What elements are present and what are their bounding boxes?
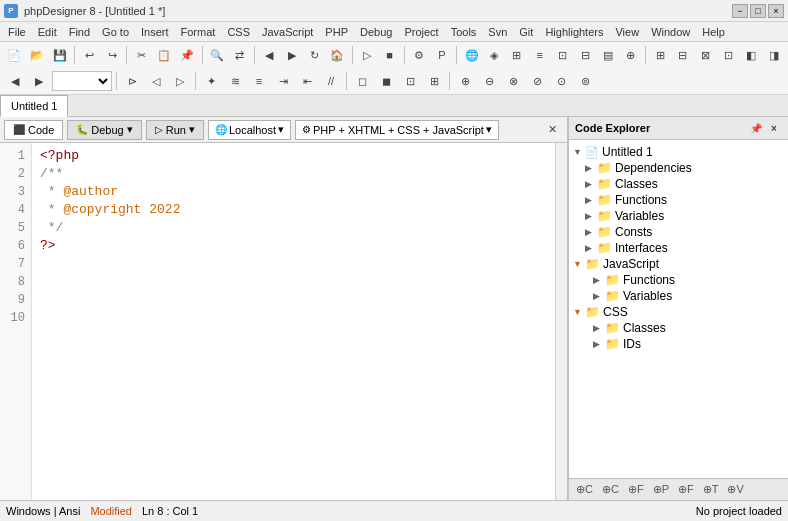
new-file-button[interactable]: 📄 xyxy=(4,44,25,66)
explorer-icon-1[interactable]: ⊕C xyxy=(573,482,596,497)
stop-button[interactable]: ■ xyxy=(379,44,400,66)
tree-item-consts[interactable]: ▶ 📁 Consts xyxy=(569,224,788,240)
unindent-btn[interactable]: ⇤ xyxy=(296,70,318,92)
extra2-4[interactable]: ⊘ xyxy=(526,70,548,92)
run-button[interactable]: ▷ xyxy=(357,44,378,66)
undo-button[interactable]: ↩ xyxy=(79,44,100,66)
code-area[interactable]: 1 2 3 4 5 6 7 8 9 10 <?php /** * @author… xyxy=(0,143,567,500)
explorer-icon-6[interactable]: ⊕T xyxy=(700,482,722,497)
menu-file[interactable]: File xyxy=(2,24,32,40)
extra-btn8[interactable]: ⊞ xyxy=(650,44,671,66)
explorer-icon-3[interactable]: ⊕F xyxy=(625,482,647,497)
globe-button[interactable]: 🌐 xyxy=(461,44,482,66)
copy-button[interactable]: 📋 xyxy=(154,44,175,66)
redo-button[interactable]: ↪ xyxy=(102,44,123,66)
explorer-icon-2[interactable]: ⊕C xyxy=(599,482,622,497)
tree-item-dependencies[interactable]: ▶ 📁 Dependencies xyxy=(569,160,788,176)
editor-scrollbar[interactable] xyxy=(555,143,567,500)
bookmark-btn[interactable]: ⊳ xyxy=(121,70,143,92)
extra2-3[interactable]: ⊗ xyxy=(502,70,524,92)
menu-debug[interactable]: Debug xyxy=(354,24,398,40)
menu-goto[interactable]: Go to xyxy=(96,24,135,40)
extra-btn4[interactable]: ⊡ xyxy=(552,44,573,66)
explorer-header-controls[interactable]: 📌 × xyxy=(748,120,782,136)
menu-php[interactable]: PHP xyxy=(319,24,354,40)
extra-btn10[interactable]: ⊠ xyxy=(695,44,716,66)
settings-button[interactable]: ⚙ xyxy=(409,44,430,66)
code-tab-button[interactable]: ⬛ Code xyxy=(4,120,63,140)
maximize-button[interactable]: □ xyxy=(750,4,766,18)
align-btn[interactable]: ≡ xyxy=(248,70,270,92)
extra-btn13[interactable]: ◨ xyxy=(763,44,784,66)
menu-git[interactable]: Git xyxy=(513,24,539,40)
refresh-button[interactable]: ↻ xyxy=(304,44,325,66)
extra-btn5[interactable]: ⊟ xyxy=(575,44,596,66)
explorer-pin-button[interactable]: 📌 xyxy=(748,120,764,136)
extra-btn9[interactable]: ⊟ xyxy=(672,44,693,66)
menu-svn[interactable]: Svn xyxy=(482,24,513,40)
menu-highlighters[interactable]: Highlighters xyxy=(539,24,609,40)
menu-window[interactable]: Window xyxy=(645,24,696,40)
lang-dropdown[interactable]: ⚙ PHP + XHTML + CSS + JavaScript ▾ xyxy=(295,120,499,140)
replace-button[interactable]: ⇄ xyxy=(229,44,250,66)
tree-item-javascript[interactable]: ▼ 📁 JavaScript xyxy=(569,256,788,272)
tree-item-css-ids[interactable]: ▶ 📁 IDs xyxy=(569,336,788,352)
menu-view[interactable]: View xyxy=(609,24,645,40)
nav-fwd-button[interactable]: ▶ xyxy=(28,70,50,92)
menu-help[interactable]: Help xyxy=(696,24,731,40)
tree-item-untitled1[interactable]: ▼ 📄 Untitled 1 xyxy=(569,144,788,160)
window-controls[interactable]: − □ × xyxy=(732,4,784,18)
toggle4[interactable]: ⊞ xyxy=(423,70,445,92)
tree-item-css-classes[interactable]: ▶ 📁 Classes xyxy=(569,320,788,336)
menu-edit[interactable]: Edit xyxy=(32,24,63,40)
extra-btn3[interactable]: ≡ xyxy=(529,44,550,66)
browser-fwd-button[interactable]: ▶ xyxy=(281,44,302,66)
explorer-icon-7[interactable]: ⊕V xyxy=(724,482,746,497)
tree-item-js-variables[interactable]: ▶ 📁 Variables xyxy=(569,288,788,304)
menu-javascript[interactable]: JavaScript xyxy=(256,24,319,40)
file-tab-untitled1[interactable]: Untitled 1 xyxy=(0,95,68,117)
extra-btn2[interactable]: ⊞ xyxy=(507,44,528,66)
home-button[interactable]: 🏠 xyxy=(327,44,348,66)
debug-tab-button[interactable]: 🐛 Debug ▾ xyxy=(67,120,141,140)
tree-item-variables[interactable]: ▶ 📁 Variables xyxy=(569,208,788,224)
editor-close-button[interactable]: ✕ xyxy=(541,119,563,141)
toggle1[interactable]: ◻ xyxy=(351,70,373,92)
run-tab-button[interactable]: ▷ Run ▾ xyxy=(146,120,204,140)
close-button[interactable]: × xyxy=(768,4,784,18)
find-button[interactable]: 🔍 xyxy=(206,44,227,66)
nav-back-button[interactable]: ◀ xyxy=(4,70,26,92)
extra-btn7[interactable]: ⊕ xyxy=(620,44,641,66)
explorer-close-button[interactable]: × xyxy=(766,120,782,136)
menu-find[interactable]: Find xyxy=(63,24,96,40)
code-editor[interactable]: <?php /** * @author * @copyright 2022 */… xyxy=(32,143,555,500)
menu-tools[interactable]: Tools xyxy=(445,24,483,40)
browser-back-button[interactable]: ◀ xyxy=(259,44,280,66)
menu-css[interactable]: CSS xyxy=(221,24,256,40)
explorer-icon-5[interactable]: ⊕F xyxy=(675,482,697,497)
insert-snippet[interactable]: ✦ xyxy=(200,70,222,92)
indent-btn[interactable]: ⇥ xyxy=(272,70,294,92)
extra2-2[interactable]: ⊖ xyxy=(478,70,500,92)
server-dropdown[interactable]: 🌐 Localhost ▾ xyxy=(208,120,291,140)
tree-item-css[interactable]: ▼ 📁 CSS xyxy=(569,304,788,320)
tree-item-interfaces[interactable]: ▶ 📁 Interfaces xyxy=(569,240,788,256)
save-button[interactable]: 💾 xyxy=(49,44,70,66)
open-button[interactable]: 📂 xyxy=(27,44,48,66)
paste-button[interactable]: 📌 xyxy=(177,44,198,66)
minimize-button[interactable]: − xyxy=(732,4,748,18)
nav-dropdown[interactable] xyxy=(52,71,112,91)
comment-btn[interactable]: // xyxy=(320,70,342,92)
tree-item-classes[interactable]: ▶ 📁 Classes xyxy=(569,176,788,192)
php-check-button[interactable]: P xyxy=(432,44,453,66)
explorer-icon-4[interactable]: ⊕P xyxy=(650,482,672,497)
format-btn[interactable]: ≋ xyxy=(224,70,246,92)
bookmark-prev[interactable]: ◁ xyxy=(145,70,167,92)
extra2-1[interactable]: ⊕ xyxy=(454,70,476,92)
cut-button[interactable]: ✂ xyxy=(131,44,152,66)
extra-btn11[interactable]: ⊡ xyxy=(718,44,739,66)
extra-btn6[interactable]: ▤ xyxy=(597,44,618,66)
extra-btn12[interactable]: ◧ xyxy=(741,44,762,66)
extra2-5[interactable]: ⊙ xyxy=(550,70,572,92)
menu-project[interactable]: Project xyxy=(398,24,444,40)
